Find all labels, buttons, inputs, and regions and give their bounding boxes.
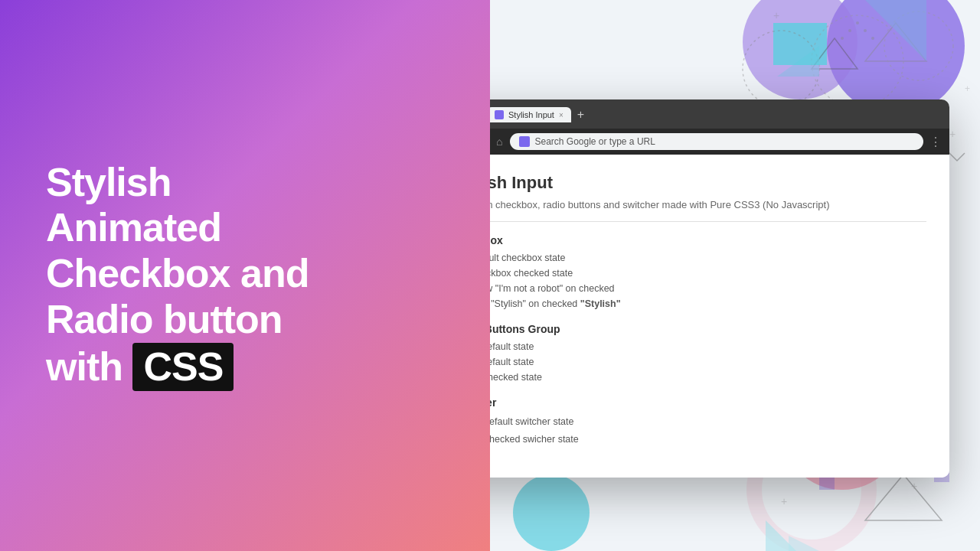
switcher-label-1: Default switcher state xyxy=(490,416,574,427)
svg-marker-7 xyxy=(865,0,926,61)
svg-point-16 xyxy=(856,21,859,24)
svg-marker-6 xyxy=(777,46,819,77)
checkbox-label-1: Default checkbox state xyxy=(490,253,565,263)
radio-item-3[interactable]: C. Checked state xyxy=(490,372,926,383)
browser-tab-active[interactable]: Stylish Input × xyxy=(490,107,571,122)
switcher-item-2[interactable]: Checked swicher state xyxy=(490,432,926,445)
radio-label-2: B. Default state xyxy=(490,357,534,367)
checkbox-item-4[interactable]: Hide "Stylish" on checked "Stylish" xyxy=(490,298,926,309)
svg-point-18 xyxy=(848,29,851,32)
svg-text:+: + xyxy=(781,495,787,507)
address-bar[interactable]: Search Google or type a URL xyxy=(510,133,923,150)
hero-line3: Checkbox and xyxy=(46,251,309,295)
svg-text:+: + xyxy=(773,9,779,21)
page-content: Stylish Input A custom checkbox, radio b… xyxy=(490,155,949,478)
checkbox-label-4: Hide "Stylish" on checked "Stylish" xyxy=(490,298,621,309)
svg-text:+: + xyxy=(965,83,970,94)
radio-section-title: Radio Buttons Group xyxy=(490,323,926,335)
page-title: Stylish Input xyxy=(490,173,926,193)
tab-close-button[interactable]: × xyxy=(559,111,564,119)
hero-line4: Radio button xyxy=(46,297,283,341)
svg-text:+: + xyxy=(949,128,956,140)
hero-line1: Stylish xyxy=(46,160,172,204)
checkbox-section: Checkbox Default checkbox state ✓ Checkb… xyxy=(490,234,926,309)
hero-text: Stylish Animated Checkbox and Radio butt… xyxy=(46,160,309,392)
svg-point-17 xyxy=(864,29,867,32)
svg-point-20 xyxy=(841,37,844,40)
radio-item-1[interactable]: A. Default state xyxy=(490,341,926,352)
checkbox-item-1[interactable]: Default checkbox state xyxy=(490,253,926,263)
hero-line2: Animated xyxy=(46,205,221,249)
radio-label-1: A. Default state xyxy=(490,341,534,352)
browser-tabs: Stylish Input × + xyxy=(490,107,587,122)
browser-window: Stylish Input × + ← → ↻ ⌂ Search Google … xyxy=(490,99,949,478)
page-subtitle: A custom checkbox, radio buttons and swi… xyxy=(490,199,926,222)
radio-section: Radio Buttons Group A. Default state B. … xyxy=(490,323,926,383)
address-favicon xyxy=(519,136,530,147)
more-button[interactable]: ⋮ xyxy=(929,135,942,149)
browser-nav: ← → ↻ ⌂ Search Google or type a URL ⋮ xyxy=(490,129,949,155)
svg-point-19 xyxy=(871,37,874,40)
svg-marker-23 xyxy=(865,474,942,520)
tab-title: Stylish Input xyxy=(508,110,554,119)
browser-chrome: Stylish Input × + xyxy=(490,99,949,129)
switcher-section-title: Switcher xyxy=(490,396,926,409)
checkbox-item-2[interactable]: ✓ Checkbox checked state xyxy=(490,268,926,279)
checkbox-item-3[interactable]: Show "I'm not a robot" on checked xyxy=(490,283,926,294)
switcher-label-2: Checked swicher state xyxy=(490,434,579,445)
home-button[interactable]: ⌂ xyxy=(495,134,504,149)
right-panel: + + + + + + xyxy=(490,0,980,551)
checkbox-label-3: Show "I'm not a robot" on checked xyxy=(490,283,615,294)
address-text: Search Google or type a URL xyxy=(534,136,655,147)
left-panel: Stylish Animated Checkbox and Radio butt… xyxy=(0,0,490,551)
hero-line5: with xyxy=(46,344,132,389)
switcher-item-1[interactable]: Default switcher state xyxy=(490,415,926,428)
radio-item-2[interactable]: B. Default state xyxy=(490,357,926,367)
checkbox-section-title: Checkbox xyxy=(490,234,926,246)
checkbox-label-2: Checkbox checked state xyxy=(490,268,573,279)
tab-favicon xyxy=(495,110,504,119)
checkbox-label-bold: "Stylish" xyxy=(580,298,621,309)
radio-label-3: C. Checked state xyxy=(490,372,542,383)
css-badge: CSS xyxy=(132,343,234,392)
new-tab-button[interactable]: + xyxy=(574,108,587,122)
switcher-section: Switcher Default switcher state Checked … xyxy=(490,396,926,445)
